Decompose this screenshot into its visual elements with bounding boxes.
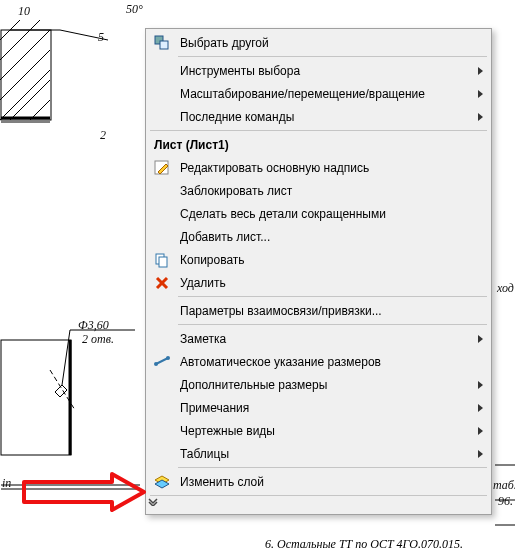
separator [178,296,487,297]
chevron-right-icon [478,90,483,98]
text-label: ход [497,281,514,296]
menu-label: Дополнительные размеры [174,378,469,392]
menu-label: Изменить слой [174,475,469,489]
text-label: таб. [493,478,515,493]
menu-label: Таблицы [174,447,469,461]
separator [178,467,487,468]
menu-label: Чертежные виды [174,424,469,438]
svg-line-8 [10,80,50,120]
dim-label: 5 [98,30,104,45]
context-menu: Выбрать другой Инструменты выбора Масшта… [145,28,492,515]
svg-rect-27 [159,257,167,267]
menu-add-sheet[interactable]: Добавить лист... [148,225,489,248]
diameter-label: Ф3,60 [78,318,109,333]
menu-edit-title-block[interactable]: Редактировать основную надпись [148,156,489,179]
menu-relation-params[interactable]: Параметры взаимосвязи/привязки... [148,299,489,322]
menu-label: Заблокировать лист [174,184,469,198]
menu-tables[interactable]: Таблицы [148,442,489,465]
menu-drawing-views[interactable]: Чертежные виды [148,419,489,442]
select-other-icon [150,32,174,54]
menu-label: Редактировать основную надпись [174,161,469,175]
menu-header-label: Лист (Лист1) [154,138,229,152]
menu-label: Примечания [174,401,469,415]
menu-recent-commands[interactable]: Последние команды [148,105,489,128]
text-label: 96. [498,494,513,509]
menu-section-header: Лист (Лист1) [148,133,489,156]
menu-annotations[interactable]: Заметка [148,327,489,350]
delete-icon [150,272,174,294]
menu-delete[interactable]: Удалить [148,271,489,294]
menu-label: Выбрать другой [174,36,469,50]
chevron-right-icon [478,427,483,435]
menu-zoom-pan-rotate[interactable]: Масштабирование/перемещение/вращение [148,82,489,105]
menu-lock-sheet[interactable]: Заблокировать лист [148,179,489,202]
angle-label: 50° [126,2,143,17]
layer-icon [150,471,174,493]
chevron-right-icon [478,404,483,412]
menu-label: Сделать весь детали сокращенными [174,207,469,221]
menu-label: Добавить лист... [174,230,469,244]
menu-label: Масштабирование/перемещение/вращение [174,87,469,101]
text-label: in [2,476,11,491]
menu-label: Инструменты выбора [174,64,469,78]
separator [150,130,487,131]
svg-line-6 [0,50,50,100]
menu-label: Заметка [174,332,469,346]
menu-change-layer[interactable]: Изменить слой [148,470,489,493]
menu-more-dimensions[interactable]: Дополнительные размеры [148,373,489,396]
highlight-arrow [22,472,152,512]
menu-label: Параметры взаимосвязи/привязки... [174,304,469,318]
menu-select-other[interactable]: Выбрать другой [148,31,489,54]
menu-copy[interactable]: Копировать [148,248,489,271]
chevron-right-icon [478,450,483,458]
svg-rect-24 [160,41,168,49]
svg-line-7 [0,70,50,120]
separator [178,56,487,57]
menu-label: Удалить [174,276,469,290]
drawing-note: 6. Остальные ТТ по ОСТ 4ГО.070.015. [265,537,463,552]
dimension-icon [150,351,174,373]
svg-line-5 [0,30,50,80]
svg-line-4 [0,20,40,60]
menu-label: Последние команды [174,110,469,124]
menu-label: Копировать [174,253,469,267]
chevron-right-icon [478,113,483,121]
menu-selection-tools[interactable]: Инструменты выбора [148,59,489,82]
menu-abbreviate-parts[interactable]: Сделать весь детали сокращенными [148,202,489,225]
chevron-right-icon [478,335,483,343]
menu-notes[interactable]: Примечания [148,396,489,419]
menu-auto-dimension[interactable]: Автоматическое указание размеров [148,350,489,373]
separator [178,324,487,325]
svg-rect-12 [1,340,71,455]
dim-label: 10 [18,4,30,19]
copy-icon [150,249,174,271]
chevron-right-icon [478,67,483,75]
svg-point-30 [154,362,158,366]
menu-label: Автоматическое указание размеров [174,355,469,369]
edit-sheet-icon [150,157,174,179]
dim-label: 2 [100,128,106,143]
chevron-right-icon [478,381,483,389]
separator [150,495,487,496]
menu-expand-more[interactable] [148,498,489,512]
holes-label: 2 отв. [82,332,114,347]
svg-point-31 [166,356,170,360]
